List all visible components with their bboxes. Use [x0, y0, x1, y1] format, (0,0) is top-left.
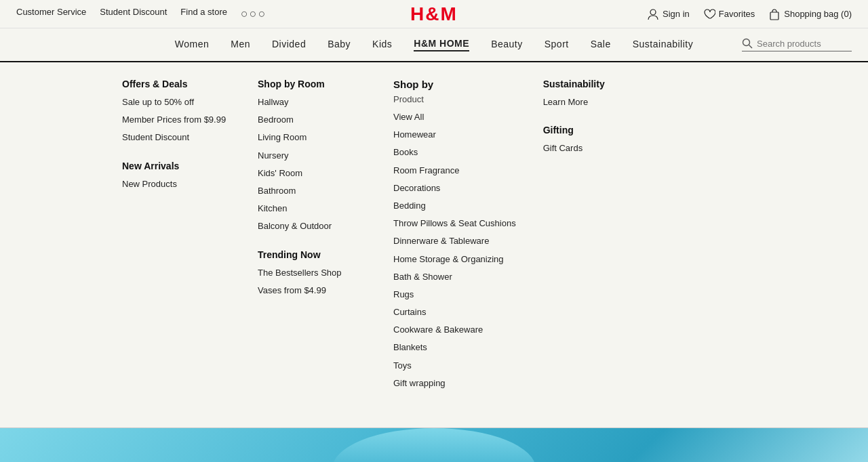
nav-sustainability[interactable]: Sustainability: [633, 39, 694, 51]
sale-50-link[interactable]: Sale up to 50% off: [122, 96, 231, 108]
nav-beauty[interactable]: Beauty: [491, 39, 523, 51]
hero-image: [0, 428, 868, 462]
gifting-heading: Gifting: [543, 125, 652, 135]
student-discount-link[interactable]: Student Discount: [122, 131, 231, 144]
member-prices-link[interactable]: Member Prices from $9.99: [122, 114, 231, 126]
hallway-link[interactable]: Hallway: [258, 96, 366, 108]
nav-sport[interactable]: Sport: [545, 39, 569, 51]
room-fragrance-link[interactable]: Room Fragrance: [393, 165, 516, 177]
trending-now-section: Trending Now The Bestsellers Shop Vases …: [258, 249, 366, 297]
nav-hm-home[interactable]: H&M HOME: [414, 38, 469, 51]
shop-by-product-subheading: Product: [393, 94, 516, 104]
nav-divided[interactable]: Divided: [272, 39, 306, 51]
dropdown-col-1: Offers & Deals Sale up to 50% off Member…: [122, 79, 231, 406]
books-link[interactable]: Books: [393, 146, 516, 159]
shop-by-room-section: Shop by Room Hallway Bedroom Living Room…: [258, 79, 366, 233]
vases-link[interactable]: Vases from $4.99: [258, 285, 366, 297]
gift-cards-link[interactable]: Gift Cards: [543, 142, 652, 154]
shopping-bag-link[interactable]: Shopping bag (0): [768, 8, 852, 20]
home-storage-link[interactable]: Home Storage & Organizing: [393, 253, 516, 266]
more-options[interactable]: ○○○: [241, 7, 267, 21]
favorites-link[interactable]: Favorites: [703, 8, 755, 20]
nav-women[interactable]: Women: [175, 39, 209, 51]
gift-wrapping-link[interactable]: Gift wrapping: [393, 377, 516, 390]
top-bar: Customer Service Student Discount Find a…: [0, 0, 868, 28]
shop-by-product-heading: Shop by: [393, 79, 516, 90]
bestsellers-link[interactable]: The Bestsellers Shop: [258, 267, 366, 279]
search-box: [742, 38, 852, 51]
nav-kids[interactable]: Kids: [372, 39, 392, 51]
dropdown-menu: Offers & Deals Sale up to 50% off Member…: [0, 62, 868, 428]
trending-now-heading: Trending Now: [258, 249, 366, 260]
nav-sale[interactable]: Sale: [591, 39, 611, 51]
bedding-link[interactable]: Bedding: [393, 200, 516, 212]
svg-rect-1: [770, 12, 778, 20]
top-bar-right: Sign in Favorites Shopping bag (0): [647, 8, 852, 20]
dropdown-col-3: Shop by Product View All Homewear Books …: [393, 79, 516, 406]
kitchen-link[interactable]: Kitchen: [258, 203, 366, 215]
bag-icon: [768, 8, 781, 20]
new-arrivals-section: New Arrivals New Products: [122, 161, 231, 190]
student-discount-link[interactable]: Student Discount: [100, 7, 167, 21]
offers-deals-section: Offers & Deals Sale up to 50% off Member…: [122, 79, 231, 144]
bedroom-link[interactable]: Bedroom: [258, 114, 366, 126]
dropdown-col-4: Sustainability Learn More Gifting Gift C…: [543, 79, 652, 406]
new-products-link[interactable]: New Products: [122, 178, 231, 190]
gifting-section: Gifting Gift Cards: [543, 125, 652, 154]
homewear-link[interactable]: Homewear: [393, 129, 516, 141]
hero-figure: [332, 428, 536, 462]
svg-point-2: [743, 39, 750, 46]
shop-by-product-section: Shop by Product View All Homewear Books …: [393, 79, 516, 390]
find-store-link[interactable]: Find a store: [180, 7, 227, 21]
kids-room-link[interactable]: Kids' Room: [258, 167, 366, 180]
sustainability-section: Sustainability Learn More: [543, 79, 652, 108]
cookware-link[interactable]: Cookware & Bakeware: [393, 324, 516, 336]
blankets-link[interactable]: Blankets: [393, 341, 516, 354]
shop-by-room-heading: Shop by Room: [258, 79, 366, 89]
top-bar-left: Customer Service Student Discount Find a…: [16, 7, 267, 21]
search-icon: [742, 38, 753, 49]
new-arrivals-heading: New Arrivals: [122, 161, 231, 171]
throw-pillows-link[interactable]: Throw Pillows & Seat Cushions: [393, 217, 516, 230]
decorations-link[interactable]: Decorations: [393, 182, 516, 194]
customer-service-link[interactable]: Customer Service: [16, 7, 86, 21]
curtains-link[interactable]: Curtains: [393, 306, 516, 318]
living-room-link[interactable]: Living Room: [258, 131, 366, 144]
search-input[interactable]: [757, 39, 852, 49]
bathroom-link[interactable]: Bathroom: [258, 185, 366, 197]
user-icon: [647, 8, 659, 20]
bath-shower-link[interactable]: Bath & Shower: [393, 271, 516, 283]
dinnerware-link[interactable]: Dinnerware & Tableware: [393, 235, 516, 247]
nav-baby[interactable]: Baby: [328, 39, 351, 51]
heart-icon: [703, 8, 715, 20]
dropdown-col-2: Shop by Room Hallway Bedroom Living Room…: [258, 79, 366, 406]
nursery-link[interactable]: Nursery: [258, 150, 366, 162]
svg-line-3: [749, 45, 753, 49]
toys-link[interactable]: Toys: [393, 360, 516, 372]
nav-men[interactable]: Men: [231, 39, 250, 51]
main-nav: Women Men Divided Baby Kids H&M HOME Bea…: [0, 28, 868, 62]
signin-link[interactable]: Sign in: [647, 8, 690, 20]
svg-point-0: [650, 9, 656, 15]
view-all-link[interactable]: View All: [393, 111, 516, 123]
sustainability-heading: Sustainability: [543, 79, 652, 89]
balcony-outdoor-link[interactable]: Balcony & Outdoor: [258, 220, 366, 232]
learn-more-link[interactable]: Learn More: [543, 96, 652, 108]
offers-deals-heading: Offers & Deals: [122, 79, 231, 89]
logo[interactable]: H&M: [410, 3, 458, 25]
rugs-link[interactable]: Rugs: [393, 289, 516, 301]
